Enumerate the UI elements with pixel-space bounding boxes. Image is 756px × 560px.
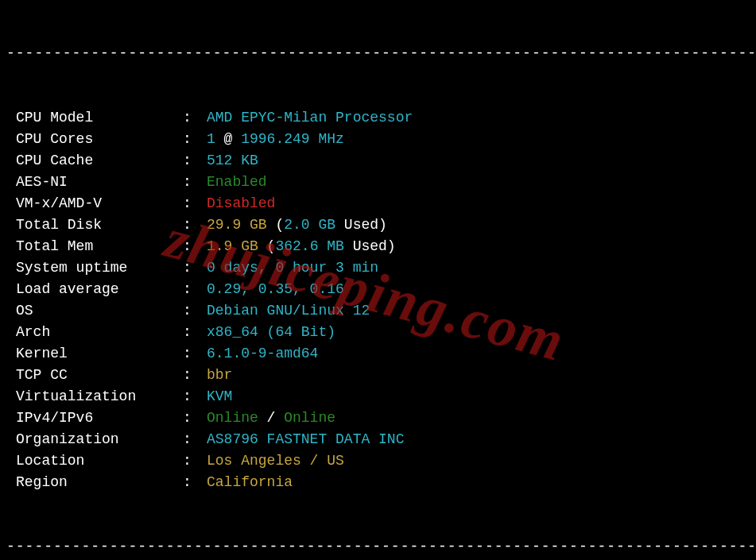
value-segment: 0.29, 0.35, 0.16 — [207, 281, 344, 297]
value-segment: ( — [258, 238, 276, 254]
info-row: VM-x/AMD-V: Disabled — [0, 193, 756, 214]
colon: : — [183, 386, 207, 407]
info-row: Total Disk: 29.9 GB (2.0 GB Used) — [0, 214, 756, 236]
info-label: TCP CC — [16, 365, 183, 386]
separator-top: ----------------------------------------… — [0, 43, 756, 64]
colon: : — [183, 236, 207, 257]
value-segment: Disabled — [207, 195, 275, 211]
info-row: IPv4/IPv6: Online / Online — [0, 407, 756, 429]
value-segment: 0 days, 0 hour 3 min — [207, 260, 378, 276]
info-label: Region — [16, 472, 183, 493]
value-segment: 512 KB — [207, 153, 258, 168]
colon: : — [183, 107, 207, 129]
value-segment: 1 — [207, 131, 215, 147]
value-segment: KVM — [207, 388, 232, 404]
info-label: Virtualization — [16, 386, 183, 407]
info-row: Virtualization: KVM — [0, 386, 756, 407]
info-label: Total Disk — [16, 214, 183, 236]
info-value: Los Angeles / US — [207, 450, 756, 472]
info-value: Online / Online — [207, 407, 756, 429]
info-row: Location: Los Angeles / US — [0, 450, 756, 472]
value-segment: AMD EPYC-Milan Processor — [207, 110, 413, 126]
info-row: OS: Debian GNU/Linux 12 — [0, 300, 756, 322]
colon: : — [183, 407, 207, 429]
value-segment: 1996.249 MHz — [241, 131, 344, 147]
info-value: Disabled — [207, 193, 756, 214]
value-segment: 29.9 GB — [207, 217, 267, 233]
value-segment: California — [207, 474, 293, 490]
info-value: Enabled — [207, 172, 756, 193]
value-segment: Online — [284, 410, 335, 426]
info-label: System uptime — [16, 257, 183, 279]
value-segment: Online — [207, 410, 258, 426]
value-segment: 6.1.0-9-amd64 — [207, 346, 318, 361]
info-row: TCP CC: bbr — [0, 365, 756, 386]
info-label: OS — [16, 300, 183, 322]
colon: : — [183, 193, 207, 214]
colon: : — [183, 129, 207, 150]
info-label: VM-x/AMD-V — [16, 193, 183, 214]
info-label: Arch — [16, 322, 183, 343]
info-row: Total Mem: 1.9 GB (362.6 MB Used) — [0, 236, 756, 257]
info-value: 29.9 GB (2.0 GB Used) — [207, 214, 756, 236]
info-value: 1 @ 1996.249 MHz — [207, 129, 756, 150]
value-segment: Enabled — [207, 174, 267, 190]
info-row: CPU Cache: 512 KB — [0, 150, 756, 172]
info-value: Debian GNU/Linux 12 — [207, 300, 756, 322]
info-row: AES-NI: Enabled — [0, 172, 756, 193]
info-row: Organization: AS8796 FASTNET DATA INC — [0, 429, 756, 450]
info-row: CPU Model: AMD EPYC-Milan Processor — [0, 107, 756, 129]
separator-mid: ----------------------------------------… — [0, 536, 756, 558]
info-row: CPU Cores: 1 @ 1996.249 MHz — [0, 129, 756, 150]
colon: : — [183, 322, 207, 343]
info-label: IPv4/IPv6 — [16, 407, 183, 429]
info-value: 6.1.0-9-amd64 — [207, 343, 756, 365]
value-segment: 2.0 GB — [284, 217, 335, 233]
colon: : — [183, 343, 207, 365]
value-segment: Los Angeles / US — [207, 453, 344, 469]
info-label: Kernel — [16, 343, 183, 365]
info-value: 0.29, 0.35, 0.16 — [207, 279, 756, 300]
info-label: Total Mem — [16, 236, 183, 257]
value-segment: 362.6 MB — [275, 238, 343, 254]
info-value: AMD EPYC-Milan Processor — [207, 107, 756, 129]
terminal-output: ----------------------------------------… — [0, 0, 756, 560]
info-value: x86_64 (64 Bit) — [207, 322, 756, 343]
colon: : — [183, 214, 207, 236]
colon: : — [183, 150, 207, 172]
info-label: CPU Model — [16, 107, 183, 129]
info-value: 512 KB — [207, 150, 756, 172]
info-label: Organization — [16, 429, 183, 450]
value-segment: @ — [215, 131, 241, 147]
info-value: bbr — [207, 365, 756, 386]
info-label: AES-NI — [16, 172, 183, 193]
info-label: Load average — [16, 279, 183, 300]
info-value: 0 days, 0 hour 3 min — [207, 257, 756, 279]
colon: : — [183, 450, 207, 472]
info-row: Load average: 0.29, 0.35, 0.16 — [0, 279, 756, 300]
info-label: CPU Cache — [16, 150, 183, 172]
info-value: AS8796 FASTNET DATA INC — [207, 429, 756, 450]
colon: : — [183, 429, 207, 450]
info-row: Kernel: 6.1.0-9-amd64 — [0, 343, 756, 365]
colon: : — [183, 257, 207, 279]
info-label: CPU Cores — [16, 129, 183, 150]
colon: : — [183, 279, 207, 300]
value-segment: Used) — [335, 217, 387, 233]
info-value: KVM — [207, 386, 756, 407]
value-segment: AS8796 FASTNET DATA INC — [207, 431, 404, 447]
value-segment: Debian GNU/Linux 12 — [207, 303, 370, 319]
colon: : — [183, 300, 207, 322]
info-label: Location — [16, 450, 183, 472]
info-row: Region: California — [0, 472, 756, 493]
info-row: System uptime: 0 days, 0 hour 3 min — [0, 257, 756, 279]
value-segment: bbr — [207, 367, 232, 383]
value-segment: 1.9 GB — [207, 238, 258, 254]
colon: : — [183, 172, 207, 193]
info-value: 1.9 GB (362.6 MB Used) — [207, 236, 756, 257]
value-segment: Used) — [344, 238, 396, 254]
value-segment: ( — [267, 217, 285, 233]
colon: : — [183, 472, 207, 493]
value-segment: / — [258, 410, 284, 426]
info-value: California — [207, 472, 756, 493]
